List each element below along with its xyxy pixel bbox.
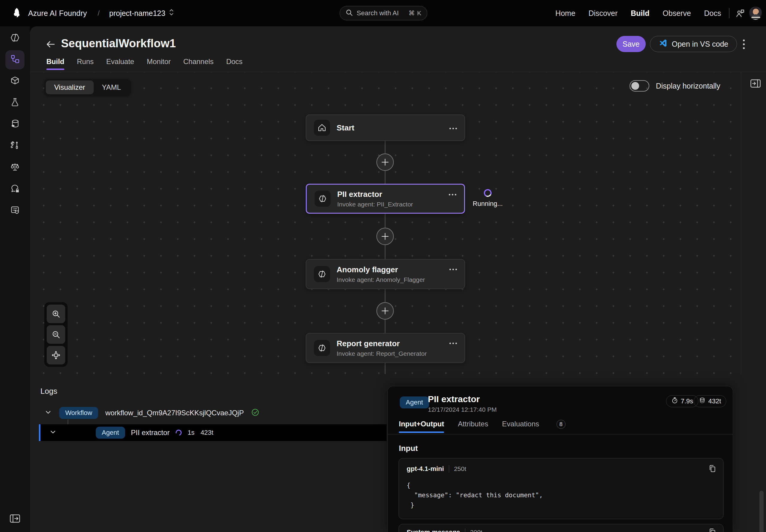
tab-evaluations[interactable]: Evaluations [502, 420, 539, 433]
running-spinner-icon [174, 428, 183, 437]
playground-flask-icon [10, 97, 20, 109]
tab-evaluate[interactable]: Evaluate [106, 57, 134, 70]
log-row-agent[interactable]: Agent PII extractor 1s 423t [39, 424, 387, 441]
node-title: Report generator [337, 339, 427, 348]
system-message-label: System message [407, 528, 460, 532]
canvas-zoom-controls [44, 302, 68, 367]
add-node-button[interactable] [376, 153, 394, 171]
yaml-toggle[interactable]: YAML [94, 80, 130, 94]
sidebar-item-agents[interactable] [8, 32, 22, 45]
chevron-down-icon[interactable] [49, 428, 57, 437]
brand-logo-icon[interactable] [11, 7, 23, 19]
node-more-icon[interactable] [447, 191, 456, 197]
search-input[interactable]: Search with AI ⌘ K [340, 6, 427, 20]
top-bar: Azure AI Foundry / project-name123 Searc… [0, 0, 766, 26]
node-more-icon[interactable] [448, 266, 457, 271]
sidebar-item-evaluation[interactable] [8, 161, 22, 174]
tab-runs[interactable]: Runs [77, 57, 94, 70]
card-token-count: 200t [470, 529, 482, 532]
node-running-status: Running... [467, 189, 509, 208]
success-check-icon [251, 408, 259, 418]
breadcrumb-separator: / [98, 9, 100, 17]
node-more-icon[interactable] [448, 125, 457, 130]
logs-title: Logs [40, 387, 57, 396]
detail-tabs: Input+Output Attributes Evaluations 8 [399, 420, 566, 433]
zoom-out-icon[interactable] [47, 325, 65, 344]
sidebar-item-data[interactable] [8, 118, 22, 131]
node-title: Start [337, 123, 354, 133]
tab-channels[interactable]: Channels [183, 57, 213, 70]
node-subtitle: Invoke agent: PII_Extractor [337, 201, 413, 208]
data-database-icon [10, 119, 20, 130]
project-switcher-icon[interactable] [168, 8, 174, 18]
chevron-down-icon[interactable] [44, 408, 52, 417]
tab-build[interactable]: Build [46, 57, 64, 70]
nav-build[interactable]: Build [631, 9, 650, 18]
nav-home[interactable]: Home [555, 9, 575, 18]
sidebar-item-models[interactable] [8, 75, 22, 88]
open-in-vscode-button[interactable]: Open in VS code [650, 36, 737, 52]
nav-observe[interactable]: Observe [663, 9, 691, 18]
tab-input-output[interactable]: Input+Output [399, 420, 444, 433]
tab-docs[interactable]: Docs [226, 57, 243, 70]
user-avatar[interactable] [749, 6, 762, 20]
log-row-workflow[interactable]: Workflow workflow_id_Qm9A27I9ScKKsjlQCva… [44, 406, 259, 420]
node-anomoly-flagger[interactable]: Anomoly flagger Invoke agent: Anomoly_Fl… [306, 259, 465, 289]
sidebar-expand-icon[interactable] [9, 513, 21, 525]
running-label: Running... [473, 200, 503, 208]
feedback-icon[interactable] [734, 7, 746, 19]
breadcrumb-project[interactable]: project-name123 [109, 8, 174, 18]
agent-code-icon [314, 340, 330, 356]
node-title: PII extractor [337, 190, 413, 199]
node-report-generator[interactable]: Report generator Invoke agent: Report_Ge… [306, 333, 465, 363]
brand-name[interactable]: Azure AI Foundry [28, 9, 87, 18]
nav-discover[interactable]: Discover [589, 9, 618, 18]
input-card-model: gpt-4.1-mini 250t { "message": "redact t… [399, 458, 724, 519]
back-arrow-icon[interactable] [45, 38, 57, 50]
add-node-button[interactable] [376, 228, 394, 245]
save-button[interactable]: Save [616, 36, 646, 52]
display-horizontally-control: Display horizontally [630, 80, 720, 92]
safety-chat-lock-icon [10, 183, 20, 195]
tab-monitor[interactable]: Monitor [147, 57, 171, 70]
copy-icon[interactable] [708, 528, 717, 532]
add-node-button[interactable] [376, 302, 394, 320]
node-pii-extractor[interactable]: PII extractor Invoke agent: PII_Extracto… [306, 184, 465, 214]
azure-ai-foundry-app: Azure AI Foundry / project-name123 Searc… [0, 0, 766, 532]
zoom-in-icon[interactable] [47, 305, 65, 323]
selected-row-indicator [39, 424, 40, 441]
node-subtitle: Invoke agent: Report_Generator [337, 350, 427, 357]
node-start[interactable]: Start [306, 115, 465, 141]
scrollbar-thumb[interactable] [759, 491, 764, 532]
models-cube-icon [10, 76, 20, 87]
governance-form-shield-icon [10, 205, 20, 216]
sidebar-item-safety[interactable] [8, 183, 22, 196]
display-horizontally-toggle[interactable] [630, 80, 649, 92]
home-icon [314, 120, 330, 136]
vscode-icon [659, 39, 668, 49]
copy-icon[interactable] [708, 464, 717, 474]
card-token-count: 250t [454, 465, 466, 472]
tokens-value: 432t [708, 397, 721, 405]
node-more-icon[interactable] [448, 340, 457, 345]
sidebar-item-governance[interactable] [8, 204, 22, 217]
search-shortcut: ⌘ K [408, 10, 422, 17]
save-button-label: Save [623, 40, 640, 48]
workflow-type-badge: Workflow [59, 407, 98, 419]
agent-tokens: 423t [200, 429, 213, 437]
sidebar-item-workflows[interactable] [8, 53, 22, 66]
agent-code-icon [314, 191, 331, 207]
panel-collapse-icon[interactable] [750, 78, 761, 90]
model-name: gpt-4.1-mini [407, 465, 444, 473]
agent-code-icon [314, 266, 330, 282]
detail-timestamp: 12/17/2024 12:17:40 PM [428, 406, 497, 413]
header-kebab-menu-icon[interactable] [738, 38, 749, 51]
nav-docs[interactable]: Docs [704, 9, 721, 18]
pan-fit-icon[interactable] [47, 346, 65, 364]
stopwatch-icon [671, 397, 678, 406]
sidebar-item-tools[interactable] [8, 139, 22, 153]
sidebar-item-playground[interactable] [8, 96, 22, 110]
visualizer-toggle[interactable]: Visualizer [46, 80, 94, 94]
node-subtitle: Invoke agent: Anomoly_Flagger [337, 276, 425, 283]
tab-attributes[interactable]: Attributes [458, 420, 488, 433]
